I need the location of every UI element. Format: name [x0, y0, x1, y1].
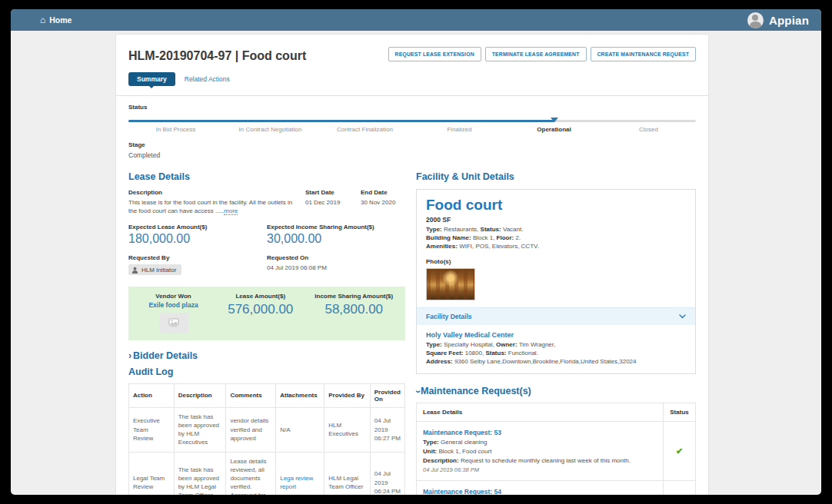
maintenance-requests-toggle[interactable]: › Maintenance Request(s) [416, 386, 696, 396]
unit-building-floor-line: Building Name: Block 1, Floor: 2. [426, 234, 686, 242]
bidder-details-label: Bidder Details [133, 350, 198, 361]
expected-lease-amount-label: Expected Lease Amount($) [128, 224, 267, 230]
attachment-link[interactable]: Lega review report [280, 475, 313, 490]
title-row: HLM-20190704-97 | Food court REQUEST LEA… [128, 47, 696, 63]
unit-name: Food court [426, 197, 686, 214]
photos-label: Photo(s) [426, 258, 686, 265]
maintenance-type-line: Type: General cleaning [423, 438, 657, 447]
audit-col-description: Description [174, 383, 226, 407]
image-placeholder-icon [168, 318, 179, 327]
appian-logo: Appian [769, 14, 809, 27]
description-label: Description [128, 189, 298, 196]
home-icon: ⌂ [40, 15, 45, 25]
unit-photo-thumbnail[interactable] [426, 268, 475, 300]
audit-cell-description: The task has been approved by HLM Execut… [174, 407, 226, 452]
page-title: HLM-20190704-97 | Food court [128, 47, 306, 63]
create-maintenance-request-button[interactable]: CREATE MAINTENANCE REQUEST [591, 47, 697, 61]
tab-summary[interactable]: Summary [128, 72, 175, 86]
lease-details-heading: Lease Details [128, 171, 405, 182]
record-card: HLM-20190704-97 | Food court REQUEST LEA… [115, 34, 709, 495]
vendor-income-amount-label: Income Sharing Amount($) [308, 293, 401, 300]
end-date-value: 30 Nov 2020 [361, 198, 405, 207]
audit-col-comments: Comments [226, 383, 276, 407]
requested-by-value: HLM Initiator [141, 267, 176, 274]
maintenance-timestamp: 04 Jul 2019 06:38 PM [423, 466, 657, 474]
person-icon [131, 267, 138, 274]
vendor-lease-amount-value: 576,000.00 [214, 302, 308, 317]
requested-on-label: Requested On [267, 254, 405, 261]
audit-cell-provided-on: 04 Jul 2019 06:24 PM [370, 452, 404, 495]
maintenance-description-line: Description: Request to schedule monthly… [423, 456, 657, 466]
unit-amenities-line: Amenities: WIFI, POS, Elevators, CCTV. [426, 242, 686, 250]
facility-column: Facility & Unit Details Food court 2000 … [416, 171, 696, 495]
facility-address-line: Address: 9360 Selby Lane,Downtown,Brookl… [426, 357, 686, 366]
facility-sqft-status-line: Square Feet: 10800, Status: Functional. [426, 349, 686, 357]
audit-cell-comments: Lease details reviewed, all documents ve… [226, 452, 276, 495]
audit-row: Executive Team Review The task has been … [129, 407, 405, 452]
maintenance-col-lease-details: Lease Details [417, 403, 664, 422]
avatar-body-icon [750, 22, 761, 28]
header-right: Appian [747, 12, 809, 28]
stage-value: Completed [128, 151, 696, 159]
step-contract-finalization: Contract Finalization [318, 126, 412, 133]
bidder-details-toggle[interactable]: › Bidder Details [128, 350, 405, 361]
maintenance-header-row: Lease Details Status [417, 403, 696, 422]
vendor-document-thumbnail[interactable] [159, 313, 188, 333]
step-closed: Closed [601, 126, 696, 133]
facility-unit-details-heading: Facility & Unit Details [416, 171, 696, 182]
start-date-label: Start Date [305, 189, 353, 196]
progress-fill [128, 120, 554, 122]
maintenance-col-status: Status [664, 403, 696, 422]
end-date-label: End Date [361, 189, 405, 196]
maintenance-section: › Maintenance Request(s) Lease Details S… [416, 386, 696, 495]
lease-details-column: Lease Details Description This lease is … [128, 171, 405, 495]
maintenance-row: Maintenance Request: 53 Type: General cl… [417, 422, 696, 481]
audit-col-attachments: Attachments [276, 383, 324, 407]
requested-on-value: 04 Jul 2019 06:08 PM [267, 264, 405, 272]
audit-cell-comments: vendor details verified and approved [226, 407, 276, 452]
maintenance-unit-line: Unit: Block 1, Food court [423, 447, 657, 456]
maintenance-request-link[interactable]: Maintenance Request: 54 [423, 487, 657, 495]
facility-unit-panel: Food court 2000 SF Type: Restaurants, St… [416, 189, 696, 374]
audit-cell-provided-on: 04 Jul 2019 06:27 PM [370, 407, 404, 452]
vendor-name-link[interactable]: Exile food plaza [133, 301, 214, 309]
maintenance-table: Lease Details Status Maintenance Request… [416, 403, 696, 495]
requested-by-user-chip[interactable]: HLM Initiator [128, 264, 181, 275]
lease-summary-grid: Description This lease is for the food c… [128, 189, 405, 215]
step-finalized: Finalized [412, 126, 507, 133]
terminate-lease-agreement-button[interactable]: TERMINATE LEASE AGREEMENT [485, 47, 587, 61]
vendor-won-panel: Vendor Won Exile food plaza Lease Amount… [128, 287, 405, 340]
facility-details-accordion[interactable]: Facility Details [417, 307, 695, 325]
description-more-link[interactable]: more [224, 207, 238, 215]
maintenance-request-link[interactable]: Maintenance Request: 53 [423, 428, 657, 438]
step-in-bid-process: In Bid Process [128, 126, 223, 133]
status-done-icon: ✔ [676, 446, 683, 456]
audit-cell-provided-by: HLM Legal Team Officer [324, 452, 371, 495]
audit-col-provided-by: Provided By [324, 383, 371, 407]
vendor-won-label: Vendor Won [133, 293, 214, 300]
chevron-down-icon: › [413, 390, 424, 393]
audit-cell-action: Executive Team Review [129, 407, 175, 452]
audit-log-heading: Audit Log [128, 366, 405, 377]
unit-type-status-line: Type: Restaurants, Status: Vacant. [426, 225, 686, 234]
start-date-value: 01 Dec 2019 [305, 198, 353, 207]
user-avatar[interactable] [747, 12, 764, 28]
expected-income-amount-value: 30,000.00 [267, 232, 405, 246]
request-lease-extension-button[interactable]: REQUEST LEASE EXTENSION [388, 47, 481, 61]
audit-row: Legal Team Review The task has been appr… [129, 452, 405, 495]
facility-name-link[interactable]: Holy Valley Medical Center [426, 331, 686, 339]
step-operational: Operational [507, 126, 601, 133]
status-label: Status [128, 104, 696, 111]
audit-cell-attachments: N/A [276, 407, 324, 452]
step-in-contract-negotiation: In Contract Negotiation [223, 126, 318, 133]
record-actions: REQUEST LEASE EXTENSION TERMINATE LEASE … [388, 47, 696, 61]
audit-col-provided-on: Provided On [370, 383, 404, 407]
record-tabs: Summary Related Actions [128, 72, 696, 86]
tab-related-actions[interactable]: Related Actions [185, 75, 230, 83]
chevron-right-icon: › [128, 350, 131, 361]
home-button[interactable]: ⌂ Home [40, 15, 72, 25]
audit-col-action: Action [129, 383, 175, 407]
audit-cell-description: The task has been approved by HLM Legal … [174, 452, 226, 495]
vendor-lease-amount-label: Lease Amount($) [214, 293, 308, 300]
maintenance-row: Maintenance Request: 54 Type: Snow remov… [417, 481, 696, 495]
